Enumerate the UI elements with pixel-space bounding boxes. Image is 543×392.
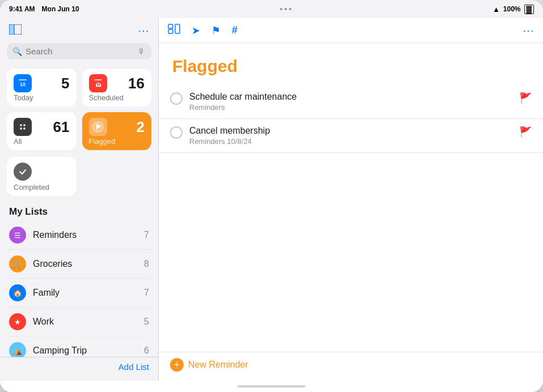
reminder-checkbox-1[interactable] bbox=[170, 92, 183, 105]
completed-icon bbox=[14, 163, 32, 181]
smart-tile-today[interactable]: 10 5 Today bbox=[7, 69, 77, 106]
groceries-icon: 🛒 bbox=[9, 255, 26, 272]
my-lists-section: My Lists ☰ Reminders 7 🛒 Groceries 8 🏠 F… bbox=[0, 203, 158, 357]
reminder-flag-2: 🚩 bbox=[519, 126, 532, 138]
reminders-name: Reminders bbox=[33, 230, 137, 240]
work-count: 5 bbox=[144, 317, 149, 327]
smart-tile-all[interactable]: 61 All bbox=[7, 112, 77, 150]
today-count: 5 bbox=[61, 75, 69, 92]
work-name: Work bbox=[33, 317, 137, 327]
scheduled-label: Scheduled bbox=[89, 93, 145, 102]
list-item-family[interactable]: 🏠 Family 7 bbox=[7, 279, 151, 308]
page-title: Flagged bbox=[159, 52, 543, 85]
sidebar-more-icon[interactable]: ⋯ bbox=[138, 24, 149, 37]
camping-icon: ⛺ bbox=[9, 342, 26, 357]
smart-tile-scheduled[interactable]: 📅 16 Scheduled bbox=[82, 69, 152, 106]
all-label: All bbox=[14, 137, 70, 146]
smart-tile-flagged-top: 2 bbox=[89, 118, 145, 136]
status-bar-right: ▲ 100% ▓ bbox=[493, 5, 534, 14]
new-reminder-button[interactable]: + New Reminder bbox=[170, 358, 248, 372]
status-time: 9:41 AM bbox=[9, 5, 35, 13]
reminder-checkbox-2[interactable] bbox=[170, 126, 183, 139]
completed-label: Completed bbox=[14, 183, 70, 191]
location-icon[interactable]: ➤ bbox=[192, 24, 200, 37]
toolbar-icons-left: ➤ ⚑ # bbox=[168, 24, 237, 37]
smart-tile-today-top: 10 5 bbox=[14, 74, 70, 92]
reminder-text-1: Schedule car maintenance Reminders bbox=[189, 92, 512, 112]
reminder-item-cancel-membership: Cancel membership Reminders 10/8/24 🚩 bbox=[159, 119, 543, 153]
plus-circle-icon: + bbox=[170, 358, 184, 372]
work-icon: ★ bbox=[9, 313, 26, 330]
reminders-icon: ☰ bbox=[9, 227, 26, 244]
groceries-name: Groceries bbox=[33, 259, 137, 269]
family-name: Family bbox=[33, 288, 137, 298]
status-bar-center bbox=[280, 8, 291, 10]
scheduled-icon: 📅 bbox=[89, 74, 107, 92]
flag-toolbar-icon[interactable]: ⚑ bbox=[211, 24, 220, 37]
main-more-icon[interactable]: ⋯ bbox=[523, 24, 534, 37]
home-bar bbox=[237, 385, 306, 387]
smart-lists-grid: 10 5 Today 📅 bbox=[0, 66, 158, 157]
add-list-button[interactable]: Add List bbox=[118, 362, 149, 372]
sidebar: ⋯ 🔍 🎙 10 bbox=[0, 18, 159, 381]
camping-name: Camping Trip bbox=[33, 346, 137, 356]
svg-text:📅: 📅 bbox=[95, 81, 101, 88]
search-input[interactable] bbox=[26, 46, 134, 56]
display-icon[interactable] bbox=[168, 24, 180, 37]
svg-rect-0 bbox=[9, 24, 14, 35]
today-label: Today bbox=[14, 93, 70, 102]
device-frame: 9:41 AM Mon Jun 10 ▲ 100% ▓ bbox=[0, 0, 543, 392]
svg-rect-19 bbox=[175, 24, 180, 33]
my-lists-title: My Lists bbox=[7, 203, 151, 221]
family-icon: 🏠 bbox=[9, 284, 26, 301]
sidebar-toggle-icon[interactable] bbox=[9, 24, 22, 37]
new-reminder-label: New Reminder bbox=[188, 360, 248, 370]
hash-icon[interactable]: # bbox=[232, 24, 237, 36]
camping-count: 6 bbox=[144, 346, 149, 356]
reminders-count: 7 bbox=[144, 230, 149, 240]
reminder-text-2: Cancel membership Reminders 10/8/24 bbox=[189, 126, 512, 146]
all-count: 61 bbox=[53, 118, 70, 136]
status-dot-2 bbox=[285, 8, 287, 10]
status-date: Mon Jun 10 bbox=[42, 5, 79, 13]
svg-point-10 bbox=[20, 124, 22, 126]
reminder-title-2: Cancel membership bbox=[189, 126, 512, 136]
status-dot-3 bbox=[289, 8, 291, 10]
app-container: ⋯ 🔍 🎙 10 bbox=[0, 18, 543, 381]
svg-rect-9 bbox=[17, 121, 28, 133]
status-bar-left: 9:41 AM Mon Jun 10 bbox=[9, 5, 79, 13]
smart-tile-flagged[interactable]: 2 Flagged bbox=[82, 112, 152, 150]
wifi-icon: ▲ bbox=[493, 5, 500, 14]
today-icon: 10 bbox=[14, 74, 32, 92]
reminder-title-1: Schedule car maintenance bbox=[189, 92, 512, 102]
svg-rect-7 bbox=[94, 79, 102, 80]
main-content: ➤ ⚑ # ⋯ Flagged Schedule car maintenance… bbox=[159, 18, 543, 381]
flagged-label: Flagged bbox=[89, 137, 145, 146]
search-bar[interactable]: 🔍 🎙 bbox=[7, 43, 151, 59]
completed-tile[interactable]: Completed bbox=[7, 157, 77, 196]
list-item-reminders[interactable]: ☰ Reminders 7 bbox=[7, 221, 151, 250]
reminder-item-schedule-car: Schedule car maintenance Reminders 🚩 bbox=[159, 85, 543, 119]
battery-label: 100% bbox=[503, 5, 521, 13]
reminder-flag-1: 🚩 bbox=[519, 92, 532, 104]
list-item-camping[interactable]: ⛺ Camping Trip 6 bbox=[7, 336, 151, 357]
home-indicator bbox=[0, 381, 543, 392]
reminder-subtitle-2: Reminders 10/8/24 bbox=[189, 137, 512, 146]
battery-icon: ▓ bbox=[524, 5, 534, 14]
svg-rect-4 bbox=[19, 79, 27, 80]
status-dot-1 bbox=[280, 8, 282, 10]
flagged-count: 2 bbox=[137, 118, 145, 136]
list-item-groceries[interactable]: 🛒 Groceries 8 bbox=[7, 250, 151, 279]
svg-text:10: 10 bbox=[20, 82, 26, 87]
sidebar-header: ⋯ bbox=[0, 18, 158, 43]
groceries-count: 8 bbox=[144, 259, 149, 269]
smart-tile-all-top: 61 bbox=[14, 118, 70, 136]
mic-icon[interactable]: 🎙 bbox=[138, 47, 146, 56]
family-count: 7 bbox=[144, 288, 149, 298]
main-footer: + New Reminder bbox=[159, 352, 543, 381]
svg-rect-18 bbox=[168, 29, 173, 33]
all-icon bbox=[14, 118, 32, 136]
scheduled-count: 16 bbox=[128, 75, 145, 92]
svg-point-11 bbox=[23, 124, 26, 126]
list-item-work[interactable]: ★ Work 5 bbox=[7, 308, 151, 336]
